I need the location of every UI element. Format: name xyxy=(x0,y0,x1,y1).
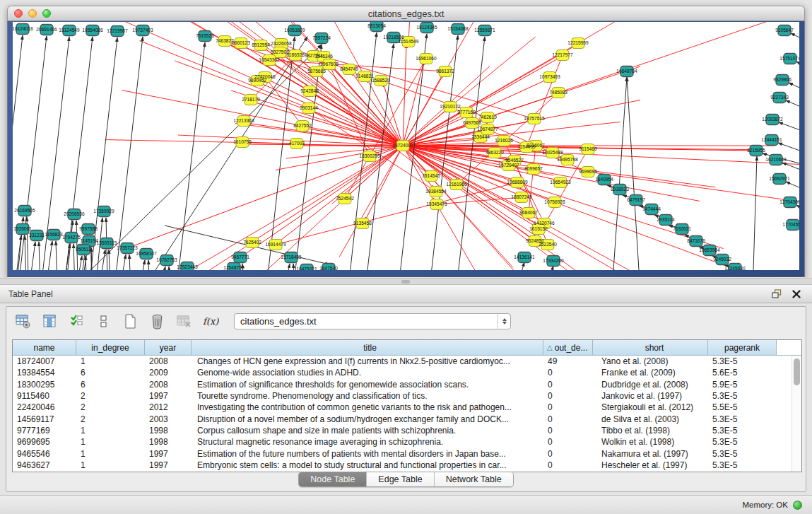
network-window-title: citations_edges.txt xyxy=(8,8,804,19)
table-cell: 9115460 xyxy=(13,391,76,401)
node-label: 18124345 xyxy=(416,25,437,30)
delete-column-icon[interactable] xyxy=(148,312,166,330)
split-divider[interactable] xyxy=(0,278,812,285)
node-label: 16961060 xyxy=(416,56,437,61)
table-scrollbar-thumb[interactable] xyxy=(794,358,800,385)
table-row[interactable]: 2242004622012Investigating the contribut… xyxy=(13,402,792,413)
table-row[interactable]: 1830029562008Estimation of significance … xyxy=(13,379,792,390)
tab-node-table[interactable]: Node Table xyxy=(299,472,367,486)
table-cell: 19384554 xyxy=(13,368,76,378)
table-cell: Stergiakouli et al. (2012) xyxy=(593,402,708,412)
column-header-short[interactable]: short xyxy=(593,340,708,355)
node-label: 10025488 xyxy=(542,150,563,155)
node-label: 1535061 xyxy=(13,226,32,231)
network-window-titlebar[interactable]: citations_edges.txt xyxy=(7,6,805,21)
node-label: 6497568 xyxy=(463,120,481,125)
node-label: 10554088 xyxy=(82,28,103,33)
table-body: 1872400712008Changes of HCN gene express… xyxy=(13,356,792,472)
table-cell: 1997 xyxy=(145,391,192,401)
node-label: 12559871 xyxy=(474,28,495,33)
column-header-in-degree[interactable]: in_degree xyxy=(76,340,145,355)
node-label: 26169505 xyxy=(14,208,35,213)
node-label: 1546346 xyxy=(314,54,333,59)
node-label: 10653984 xyxy=(699,247,720,252)
column-header-out-de-[interactable]: △out_de... xyxy=(543,340,593,355)
column-header-pagerank[interactable]: pagerank xyxy=(708,340,777,355)
node-label: 4863220 xyxy=(486,150,504,155)
node-label: 1610755 xyxy=(233,139,252,144)
table-settings-icon[interactable] xyxy=(13,312,32,330)
node-label: 1794275 xyxy=(62,235,81,240)
node-label: 12215987 xyxy=(107,28,128,33)
node-label: 7515526 xyxy=(196,33,214,38)
select-all-icon[interactable] xyxy=(67,312,86,330)
node-label: 9242848 xyxy=(300,88,319,93)
node-label: 12245630 xyxy=(724,266,746,270)
split-handle[interactable] xyxy=(401,280,410,284)
table-cell: Corpus callosum shape and size in male p… xyxy=(192,426,543,436)
node-label: 7485083 xyxy=(549,90,567,95)
table-cell: 1 xyxy=(76,356,145,366)
table-cell: 5.3E-5 xyxy=(708,356,777,366)
table-row[interactable]: 1456911722003Disruption of a novel membe… xyxy=(13,413,792,424)
node-label: 16914479 xyxy=(265,242,286,247)
node-label: 1615152 xyxy=(529,226,548,231)
node-label: 19737493 xyxy=(132,28,153,33)
column-header-title[interactable]: title xyxy=(192,340,543,355)
table-cell: 18300295 xyxy=(13,380,76,390)
table-cell: 49 xyxy=(543,356,593,366)
network-canvas[interactable]: 1872400774638229660123891295423226058932… xyxy=(13,22,799,270)
node-label: 2718170 xyxy=(242,97,260,102)
table-row[interactable]: 1872400712008Changes of HCN gene express… xyxy=(13,356,792,367)
float-panel-icon[interactable] xyxy=(770,288,784,300)
table-cell: 5.3E-5 xyxy=(708,460,777,470)
node-label: 1156823 xyxy=(45,232,63,237)
table-panel: Table Panel f(x) citations_edges.txt xyxy=(0,285,812,495)
memory-status-indicator[interactable] xyxy=(793,501,802,510)
column-visibility-icon[interactable] xyxy=(40,312,59,330)
node-label: 12548750 xyxy=(223,265,245,270)
table-row[interactable]: 1938455462009Genome-wide association stu… xyxy=(13,367,792,378)
function-builder-icon[interactable]: f(x) xyxy=(201,312,220,330)
table-cell: 2 xyxy=(76,414,145,424)
table-cell: 5.3E-5 xyxy=(708,414,777,424)
table-cell: 9699695 xyxy=(13,437,76,447)
node-label: 7357224 xyxy=(312,35,331,40)
node-label: 12444151 xyxy=(761,137,782,142)
column-header-name[interactable]: name xyxy=(13,340,76,355)
node-label: 13505115 xyxy=(97,240,117,245)
clear-selection-icon[interactable] xyxy=(94,312,112,330)
node-label: 9457771 xyxy=(231,255,249,259)
table-cell: 1997 xyxy=(145,449,192,459)
node-label: 17359929 xyxy=(93,209,114,214)
new-column-icon[interactable] xyxy=(121,312,139,330)
table-selector-dropdown[interactable]: citations_edges.txt xyxy=(234,313,511,329)
table-cell: 5.6E-5 xyxy=(708,368,777,378)
node-label: 18724007 xyxy=(392,143,413,148)
tab-edge-table[interactable]: Edge Table xyxy=(367,472,434,486)
delete-table-icon[interactable] xyxy=(175,312,193,330)
table-row[interactable]: 946362711997Embryonic stem cells: a mode… xyxy=(13,460,792,471)
table-cell: Genome-wide association studies in ADHD. xyxy=(192,368,543,378)
table-row[interactable]: 969969511998Structural magnetic resonanc… xyxy=(13,436,792,448)
table-cell: 14569117 xyxy=(13,414,76,424)
node-label: 9329966 xyxy=(773,77,792,82)
table-row[interactable]: 911546021997Tourette syndrome. Phenomeno… xyxy=(13,390,792,402)
table-cell: 0 xyxy=(543,449,593,459)
node-label: 12217977 xyxy=(552,52,573,57)
node-label: 10688809 xyxy=(507,180,528,185)
node-label: 10674877 xyxy=(477,127,498,132)
close-panel-icon[interactable] xyxy=(789,288,804,300)
table-scrollbar[interactable] xyxy=(792,356,801,472)
table-cell: 1 xyxy=(76,426,145,436)
node-label: 15751074 xyxy=(779,56,799,61)
column-header-year[interactable]: year xyxy=(145,340,192,355)
table-cell: 6 xyxy=(76,380,145,390)
node-label: 6479197 xyxy=(627,197,645,202)
table-row[interactable]: 946554611997Estimation of the future num… xyxy=(13,448,792,459)
node-label: 8454749 xyxy=(340,66,358,71)
table-cell: de Silva et al. (2003) xyxy=(593,414,708,424)
svg-text:f(x): f(x) xyxy=(203,316,219,327)
tab-network-table[interactable]: Network Table xyxy=(435,472,513,486)
table-row[interactable]: 977716911998Corpus callosum shape and si… xyxy=(13,425,792,436)
